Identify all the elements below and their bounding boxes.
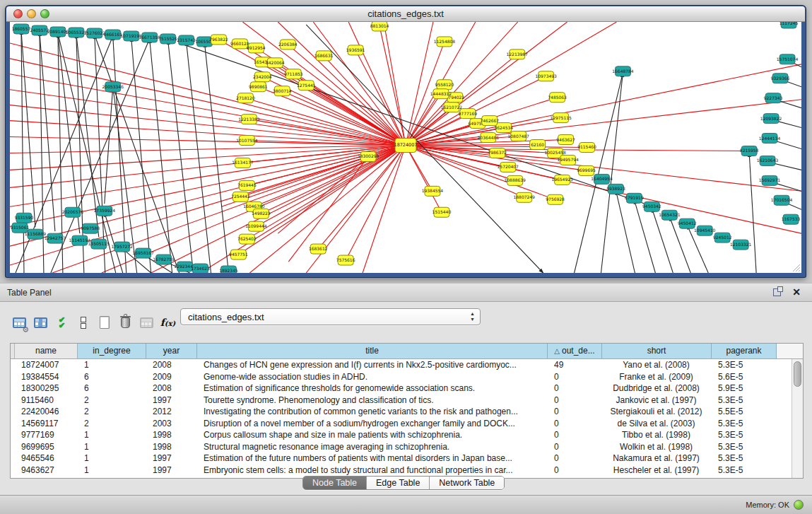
red-citation-edge[interactable] — [261, 146, 406, 214]
cell-short[interactable]: Nakamura et al. (1997) — [602, 452, 712, 465]
cell-title[interactable]: Disruption of a novel member of a sodium… — [197, 418, 548, 430]
red-citation-edge[interactable] — [406, 94, 441, 146]
cell-year[interactable]: 1997 — [146, 465, 197, 477]
paper-node-teal[interactable]: 16671358 — [139, 33, 160, 42]
paper-node-yellow[interactable]: 3420064 — [266, 58, 285, 68]
paper-node-yellow[interactable]: 1686631 — [314, 51, 334, 61]
column-header-title[interactable]: title — [197, 344, 548, 358]
paper-node-yellow[interactable]: 62160 — [530, 140, 546, 150]
paper-node-teal[interactable]: 15276022 — [84, 28, 106, 38]
paper-node-teal[interactable]: 10654321 — [659, 210, 681, 220]
cell-pagerank[interactable]: 5.3E-5 — [712, 441, 777, 453]
select-rows-icon[interactable]: ✔✔ — [52, 313, 71, 332]
paper-node-yellow[interactable]: 16210722 — [441, 103, 463, 112]
cell-short[interactable]: Hescheler et al. (1997) — [602, 465, 712, 477]
cell-short[interactable]: de Silva et al. (2003) — [602, 418, 712, 430]
paper-node-yellow[interactable]: 7485063 — [548, 93, 567, 103]
red-citation-edge[interactable] — [363, 146, 406, 273]
cell-pagerank[interactable]: 5.9E-5 — [712, 382, 777, 395]
cell-year[interactable]: 2008 — [146, 382, 197, 395]
delete-table-icon[interactable] — [137, 313, 156, 332]
cell-short[interactable]: Dudbridge et al. (2008) — [602, 382, 712, 395]
cell-in_degree[interactable]: 1 — [78, 429, 146, 441]
table-row[interactable]: 946362711997Embryonic stem cells: a mode… — [11, 465, 792, 477]
paper-node-yellow[interactable]: 7575616 — [336, 255, 355, 265]
paper-node-yellow[interactable]: 12213383 — [238, 115, 260, 124]
paper-node-teal[interactable]: 15751074 — [777, 54, 799, 64]
cell-name[interactable]: 9465546 — [15, 452, 78, 465]
red-citation-edge[interactable] — [406, 22, 567, 146]
paper-node-yellow[interactable]: 12213987 — [507, 49, 529, 59]
cell-year[interactable]: 1997 — [146, 395, 197, 407]
paper-node-teal[interactable]: 10945410 — [694, 226, 716, 235]
delete-column-icon[interactable] — [116, 313, 135, 332]
cell-pagerank[interactable]: 5.3E-5 — [712, 452, 777, 465]
table-row[interactable]: 911546021997Tourette syndrome. Phenomeno… — [11, 395, 792, 407]
paper-node-teal[interactable]: 11156889 — [25, 229, 47, 239]
column-header-in_degree[interactable]: in_degree — [78, 344, 146, 358]
paper-node-teal[interactable]: 9097588 — [81, 223, 100, 233]
paper-node-yellow[interactable]: 9699695 — [577, 165, 596, 175]
cell-out_degree[interactable]: 0 — [548, 465, 602, 477]
cell-in_degree[interactable]: 6 — [78, 371, 146, 383]
paper-node-yellow[interactable]: 2206384 — [278, 40, 298, 49]
table-row[interactable]: 969969511998Structural magnetic resonanc… — [11, 441, 792, 453]
cell-in_degree[interactable]: 2 — [78, 395, 146, 407]
paper-node-teal[interactable]: 20206576 — [62, 207, 84, 217]
cell-short[interactable]: Stergiakouli et al. (2012) — [602, 406, 712, 418]
paper-node-yellow[interactable]: 2718120 — [236, 93, 255, 103]
cell-year[interactable]: 1998 — [146, 429, 197, 441]
black-citation-edge[interactable] — [749, 152, 756, 273]
paper-node-teal[interactable]: 7515526 — [158, 34, 177, 44]
cell-short[interactable]: Tibbo et al. (1998) — [602, 429, 712, 441]
cell-title[interactable]: Changes of HCN gene expression and I(f) … — [197, 359, 548, 371]
cell-in_degree[interactable]: 2 — [78, 406, 146, 418]
tab-edge-table[interactable]: Edge Table — [367, 477, 430, 489]
paper-node-yellow[interactable]: 11099444 — [245, 221, 267, 231]
paper-node-yellow[interactable]: 19384554 — [422, 186, 444, 196]
table-row[interactable]: 946554611997Estimation of the future num… — [11, 452, 792, 465]
paper-node-yellow[interactable]: 9115460 — [577, 143, 596, 153]
cell-short[interactable]: Wolkin et al. (1998) — [602, 441, 712, 453]
paper-node-yellow[interactable]: 19654923 — [551, 175, 573, 185]
paper-node-teal[interactable]: 9245012 — [713, 233, 732, 243]
cell-title[interactable]: Embryonic stem cells: a model to study s… — [197, 465, 548, 477]
citation-network-graph[interactable]: 1860557240557220891406106553271527602284… — [10, 22, 801, 273]
cell-in_degree[interactable]: 2 — [78, 418, 146, 430]
cell-short[interactable]: Yano et al. (2008) — [602, 359, 712, 371]
red-citation-edge[interactable] — [10, 146, 406, 266]
paper-node-teal[interactable]: 16404954 — [591, 174, 613, 184]
cell-year[interactable]: 2003 — [146, 418, 197, 430]
row-height-icon[interactable] — [73, 313, 93, 332]
paper-node-yellow[interactable]: 1275441 — [297, 81, 316, 90]
red-citation-edge[interactable] — [406, 64, 801, 146]
paper-node-yellow[interactable]: 1515440 — [433, 207, 452, 217]
cell-pagerank[interactable]: 5.3E-5 — [712, 418, 777, 430]
cell-pagerank[interactable]: 5.6E-5 — [712, 371, 777, 383]
close-panel-icon[interactable]: ✕ — [792, 286, 801, 298]
paper-node-yellow[interactable]: 10973493 — [535, 71, 557, 81]
paper-node-teal[interactable]: 9331590 — [15, 213, 34, 223]
cell-pagerank[interactable]: 5.3E-5 — [712, 395, 777, 407]
cell-out_degree[interactable]: 0 — [548, 441, 602, 453]
cell-out_degree[interactable]: 0 — [548, 371, 602, 383]
network-canvas[interactable]: 1860557240557220891406106553271527602284… — [10, 22, 801, 273]
paper-node-teal[interactable]: 9450342 — [642, 201, 661, 211]
paper-node-yellow[interactable]: 18724007 — [394, 139, 418, 153]
paper-node-yellow[interactable]: 7986372 — [488, 148, 507, 158]
column-header-year[interactable]: year — [146, 344, 197, 358]
cell-out_degree[interactable]: 0 — [548, 429, 602, 441]
column-header-short[interactable]: short — [602, 344, 712, 358]
paper-node-teal[interactable]: 12093822 — [760, 114, 782, 124]
paper-node-yellow[interactable]: 9756928 — [546, 194, 565, 204]
paper-node-teal[interactable]: 8215958 — [740, 146, 759, 156]
paper-node-teal[interactable]: 1892345 — [219, 266, 238, 273]
paper-node-teal[interactable]: 1860557 — [12, 24, 31, 34]
paper-node-yellow[interactable]: 8912954 — [247, 43, 266, 53]
function-builder-icon[interactable]: f(x) — [158, 313, 177, 332]
float-panel-icon[interactable] — [773, 288, 781, 296]
black-citation-edge[interactable] — [95, 35, 105, 273]
paper-node-teal[interactable]: 12942757 — [45, 233, 66, 243]
cell-name[interactable]: 9699695 — [15, 441, 78, 453]
paper-node-teal[interactable]: 17016504 — [771, 195, 793, 205]
